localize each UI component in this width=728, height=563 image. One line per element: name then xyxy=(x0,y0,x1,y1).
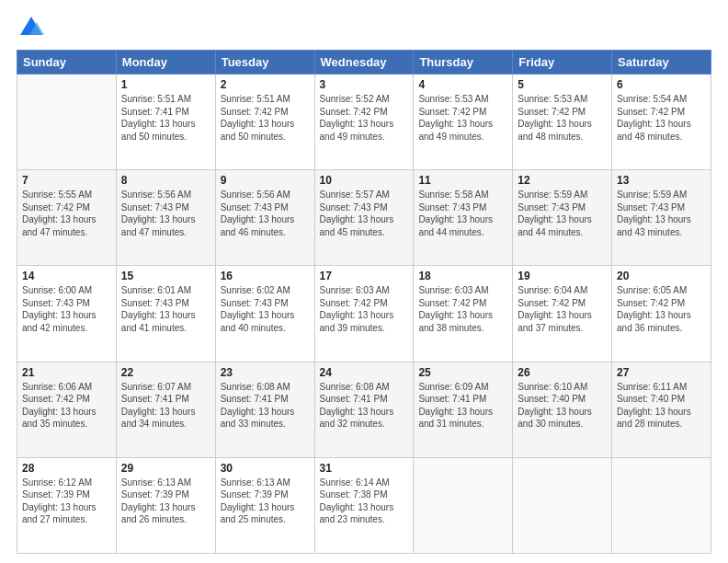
calendar-week-row: 7Sunrise: 5:55 AMSunset: 7:42 PMDaylight… xyxy=(17,170,711,266)
day-number: 13 xyxy=(617,174,706,187)
calendar-day-cell: 7Sunrise: 5:55 AMSunset: 7:42 PMDaylight… xyxy=(17,170,117,266)
day-number: 30 xyxy=(221,462,310,475)
day-number: 12 xyxy=(518,174,607,187)
day-number: 29 xyxy=(121,462,210,475)
page: SundayMondayTuesdayWednesdayThursdayFrid… xyxy=(0,0,728,563)
calendar-day-cell: 23Sunrise: 6:08 AMSunset: 7:41 PMDayligh… xyxy=(215,362,314,457)
day-number: 9 xyxy=(221,174,310,187)
day-number: 27 xyxy=(617,366,706,379)
calendar-day-cell: 8Sunrise: 5:56 AMSunset: 7:43 PMDaylight… xyxy=(116,170,215,266)
day-number: 15 xyxy=(121,270,210,282)
day-info: Sunrise: 6:10 AMSunset: 7:40 PMDaylight:… xyxy=(518,381,607,431)
calendar-day-cell: 25Sunrise: 6:09 AMSunset: 7:41 PMDayligh… xyxy=(414,362,513,457)
calendar-day-cell: 31Sunrise: 6:14 AMSunset: 7:38 PMDayligh… xyxy=(314,457,414,553)
calendar-day-cell: 16Sunrise: 6:02 AMSunset: 7:43 PMDayligh… xyxy=(215,266,314,362)
calendar-day-cell: 5Sunrise: 5:53 AMSunset: 7:42 PMDaylight… xyxy=(513,75,612,170)
calendar-day-cell: 24Sunrise: 6:08 AMSunset: 7:41 PMDayligh… xyxy=(314,362,414,457)
calendar-day-cell: 3Sunrise: 5:52 AMSunset: 7:42 PMDaylight… xyxy=(314,75,414,170)
day-number: 1 xyxy=(121,78,210,91)
calendar-header-cell: Wednesday xyxy=(314,51,414,75)
day-info: Sunrise: 6:08 AMSunset: 7:41 PMDaylight:… xyxy=(320,381,409,431)
day-info: Sunrise: 5:59 AMSunset: 7:43 PMDaylight:… xyxy=(518,189,607,238)
calendar-header-cell: Friday xyxy=(513,51,612,75)
calendar-day-cell: 1Sunrise: 5:51 AMSunset: 7:41 PMDaylight… xyxy=(116,75,215,170)
calendar-body: 1Sunrise: 5:51 AMSunset: 7:41 PMDaylight… xyxy=(17,75,711,554)
day-info: Sunrise: 5:52 AMSunset: 7:42 PMDaylight:… xyxy=(320,93,409,143)
calendar-header-cell: Thursday xyxy=(414,51,513,75)
logo-icon xyxy=(18,15,44,40)
day-info: Sunrise: 5:56 AMSunset: 7:43 PMDaylight:… xyxy=(121,189,210,238)
day-info: Sunrise: 6:01 AMSunset: 7:43 PMDaylight:… xyxy=(121,284,210,334)
day-info: Sunrise: 5:54 AMSunset: 7:42 PMDaylight:… xyxy=(617,93,706,143)
calendar-day-cell: 6Sunrise: 5:54 AMSunset: 7:42 PMDaylight… xyxy=(612,75,711,170)
day-info: Sunrise: 6:09 AMSunset: 7:41 PMDaylight:… xyxy=(418,381,507,431)
logo xyxy=(17,15,44,40)
calendar-day-cell: 18Sunrise: 6:03 AMSunset: 7:42 PMDayligh… xyxy=(414,266,513,362)
day-info: Sunrise: 6:05 AMSunset: 7:42 PMDaylight:… xyxy=(617,284,706,334)
calendar-day-cell: 21Sunrise: 6:06 AMSunset: 7:42 PMDayligh… xyxy=(17,362,117,457)
calendar-day-cell: 11Sunrise: 5:58 AMSunset: 7:43 PMDayligh… xyxy=(414,170,513,266)
calendar-day-cell xyxy=(17,75,117,170)
calendar-header-cell: Saturday xyxy=(612,51,711,75)
calendar-week-row: 28Sunrise: 6:12 AMSunset: 7:39 PMDayligh… xyxy=(17,457,711,553)
day-number: 3 xyxy=(320,78,409,91)
day-number: 21 xyxy=(22,366,111,379)
calendar-day-cell xyxy=(414,457,513,553)
calendar-header-cell: Tuesday xyxy=(215,51,314,75)
day-number: 8 xyxy=(121,174,210,187)
day-info: Sunrise: 5:53 AMSunset: 7:42 PMDaylight:… xyxy=(518,93,607,143)
calendar-header-cell: Monday xyxy=(116,51,215,75)
day-number: 16 xyxy=(221,270,310,282)
day-info: Sunrise: 5:51 AMSunset: 7:42 PMDaylight:… xyxy=(221,93,310,143)
day-info: Sunrise: 6:11 AMSunset: 7:40 PMDaylight:… xyxy=(617,381,706,431)
day-info: Sunrise: 5:59 AMSunset: 7:43 PMDaylight:… xyxy=(617,189,706,238)
day-info: Sunrise: 5:55 AMSunset: 7:42 PMDaylight:… xyxy=(22,189,111,238)
calendar-day-cell: 20Sunrise: 6:05 AMSunset: 7:42 PMDayligh… xyxy=(612,266,711,362)
day-info: Sunrise: 5:58 AMSunset: 7:43 PMDaylight:… xyxy=(418,189,507,238)
day-info: Sunrise: 5:56 AMSunset: 7:43 PMDaylight:… xyxy=(221,189,310,238)
day-number: 26 xyxy=(518,366,607,379)
calendar-day-cell: 19Sunrise: 6:04 AMSunset: 7:42 PMDayligh… xyxy=(513,266,612,362)
calendar-week-row: 1Sunrise: 5:51 AMSunset: 7:41 PMDaylight… xyxy=(17,75,711,170)
calendar-day-cell: 30Sunrise: 6:13 AMSunset: 7:39 PMDayligh… xyxy=(215,457,314,553)
day-number: 4 xyxy=(418,78,507,91)
calendar-table: SundayMondayTuesdayWednesdayThursdayFrid… xyxy=(17,50,711,554)
calendar-day-cell: 13Sunrise: 5:59 AMSunset: 7:43 PMDayligh… xyxy=(612,170,711,266)
day-number: 31 xyxy=(320,462,409,475)
calendar-day-cell xyxy=(513,457,612,553)
day-number: 23 xyxy=(221,366,310,379)
calendar-day-cell: 4Sunrise: 5:53 AMSunset: 7:42 PMDaylight… xyxy=(414,75,513,170)
day-number: 17 xyxy=(320,270,409,282)
day-number: 6 xyxy=(617,78,706,91)
day-number: 2 xyxy=(221,78,310,91)
day-info: Sunrise: 6:14 AMSunset: 7:38 PMDaylight:… xyxy=(320,477,409,526)
calendar-day-cell: 15Sunrise: 6:01 AMSunset: 7:43 PMDayligh… xyxy=(116,266,215,362)
day-number: 18 xyxy=(418,270,507,282)
day-number: 20 xyxy=(617,270,706,282)
day-info: Sunrise: 6:12 AMSunset: 7:39 PMDaylight:… xyxy=(22,477,111,526)
calendar-day-cell: 26Sunrise: 6:10 AMSunset: 7:40 PMDayligh… xyxy=(513,362,612,457)
calendar-day-cell: 28Sunrise: 6:12 AMSunset: 7:39 PMDayligh… xyxy=(17,457,117,553)
calendar-header-cell: Sunday xyxy=(17,51,117,75)
calendar-week-row: 21Sunrise: 6:06 AMSunset: 7:42 PMDayligh… xyxy=(17,362,711,457)
day-info: Sunrise: 6:04 AMSunset: 7:42 PMDaylight:… xyxy=(518,284,607,334)
day-info: Sunrise: 6:13 AMSunset: 7:39 PMDaylight:… xyxy=(221,477,310,526)
day-info: Sunrise: 5:57 AMSunset: 7:43 PMDaylight:… xyxy=(320,189,409,238)
day-info: Sunrise: 5:51 AMSunset: 7:41 PMDaylight:… xyxy=(121,93,210,143)
day-number: 19 xyxy=(518,270,607,282)
day-info: Sunrise: 5:53 AMSunset: 7:42 PMDaylight:… xyxy=(418,93,507,143)
day-number: 28 xyxy=(22,462,111,475)
calendar-day-cell: 9Sunrise: 5:56 AMSunset: 7:43 PMDaylight… xyxy=(215,170,314,266)
day-number: 10 xyxy=(320,174,409,187)
calendar-week-row: 14Sunrise: 6:00 AMSunset: 7:43 PMDayligh… xyxy=(17,266,711,362)
day-info: Sunrise: 6:07 AMSunset: 7:41 PMDaylight:… xyxy=(121,381,210,431)
day-info: Sunrise: 6:03 AMSunset: 7:42 PMDaylight:… xyxy=(418,284,507,334)
day-info: Sunrise: 6:00 AMSunset: 7:43 PMDaylight:… xyxy=(22,284,111,334)
calendar-header-row: SundayMondayTuesdayWednesdayThursdayFrid… xyxy=(17,51,711,75)
calendar-day-cell: 27Sunrise: 6:11 AMSunset: 7:40 PMDayligh… xyxy=(612,362,711,457)
day-number: 22 xyxy=(121,366,210,379)
day-number: 24 xyxy=(320,366,409,379)
day-info: Sunrise: 6:13 AMSunset: 7:39 PMDaylight:… xyxy=(121,477,210,526)
day-number: 11 xyxy=(418,174,507,187)
calendar-day-cell: 17Sunrise: 6:03 AMSunset: 7:42 PMDayligh… xyxy=(314,266,414,362)
